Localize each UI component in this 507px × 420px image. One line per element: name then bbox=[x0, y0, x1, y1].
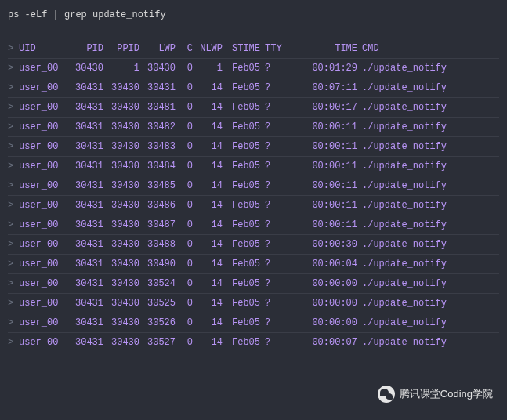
cell-lwp: 30482 bbox=[139, 121, 176, 132]
table-row: >user_00304313043030482014Feb05?00:00:11… bbox=[8, 118, 499, 137]
cell-lwp: 30431 bbox=[139, 82, 176, 93]
cell-ppid: 30430 bbox=[103, 82, 139, 93]
cell-lwp: 30487 bbox=[139, 219, 176, 230]
caret-icon: > bbox=[8, 317, 19, 328]
cell-pid: 30431 bbox=[67, 317, 103, 328]
cell-lwp: 30488 bbox=[139, 239, 176, 250]
cell-tty: ? bbox=[260, 239, 284, 250]
table-row: >user_00304313043030484014Feb05?00:00:11… bbox=[8, 157, 499, 176]
cell-ppid: 30430 bbox=[103, 161, 139, 172]
cell-tty: ? bbox=[260, 121, 284, 132]
cell-c: 0 bbox=[176, 180, 193, 191]
cell-time: 00:00:00 bbox=[284, 298, 357, 309]
cell-c: 0 bbox=[176, 200, 193, 211]
cell-tty: ? bbox=[260, 180, 284, 191]
cell-ppid: 30430 bbox=[103, 278, 139, 289]
cell-stime: Feb05 bbox=[223, 259, 260, 270]
cell-pid: 30431 bbox=[67, 180, 103, 191]
cell-stime: Feb05 bbox=[223, 141, 260, 152]
cell-stime: Feb05 bbox=[223, 63, 260, 74]
cell-stime: Feb05 bbox=[223, 219, 260, 230]
header-pid: PID bbox=[67, 43, 103, 54]
cell-time: 00:00:00 bbox=[284, 317, 357, 328]
cell-uid: user_00 bbox=[19, 337, 67, 348]
cell-stime: Feb05 bbox=[223, 121, 260, 132]
cell-nlwp: 14 bbox=[193, 278, 223, 289]
cell-tty: ? bbox=[260, 278, 284, 289]
header-time: TIME bbox=[284, 43, 357, 54]
header-nlwp: NLWP bbox=[193, 43, 223, 54]
cell-time: 00:00:04 bbox=[284, 259, 357, 270]
cell-uid: user_00 bbox=[19, 180, 67, 191]
table-row: >user_00304313043030488014Feb05?00:00:30… bbox=[8, 235, 499, 255]
cell-tty: ? bbox=[260, 63, 284, 74]
cell-uid: user_00 bbox=[19, 121, 67, 132]
caret-icon: > bbox=[8, 121, 19, 132]
cell-time: 00:00:11 bbox=[284, 219, 357, 230]
header-lwp: LWP bbox=[139, 43, 176, 54]
cell-c: 0 bbox=[176, 82, 193, 93]
cell-c: 0 bbox=[176, 337, 193, 348]
cell-pid: 30431 bbox=[67, 200, 103, 211]
header-ppid: PPID bbox=[103, 43, 139, 54]
cell-c: 0 bbox=[176, 317, 193, 328]
cell-ppid: 30430 bbox=[103, 180, 139, 191]
cell-c: 0 bbox=[176, 239, 193, 250]
cell-uid: user_00 bbox=[19, 259, 67, 270]
cell-time: 00:00:30 bbox=[284, 239, 357, 250]
cell-lwp: 30486 bbox=[139, 200, 176, 211]
cell-ppid: 1 bbox=[103, 63, 139, 74]
cell-uid: user_00 bbox=[19, 141, 67, 152]
process-table: > UID PID PPID LWP C NLWP STIME TTY TIME… bbox=[8, 39, 499, 352]
wechat-icon bbox=[378, 386, 395, 403]
cell-pid: 30430 bbox=[67, 63, 103, 74]
header-uid: UID bbox=[19, 43, 67, 54]
cell-ppid: 30430 bbox=[103, 259, 139, 270]
cell-stime: Feb05 bbox=[223, 161, 260, 172]
cell-nlwp: 14 bbox=[193, 219, 223, 230]
cell-uid: user_00 bbox=[19, 317, 67, 328]
cell-tty: ? bbox=[260, 82, 284, 93]
cell-cmd: ./update_notify bbox=[357, 102, 499, 113]
cell-c: 0 bbox=[176, 219, 193, 230]
cell-ppid: 30430 bbox=[103, 317, 139, 328]
cell-tty: ? bbox=[260, 219, 284, 230]
cell-c: 0 bbox=[176, 63, 193, 74]
cell-cmd: ./update_notify bbox=[357, 121, 499, 132]
cell-stime: Feb05 bbox=[223, 200, 260, 211]
cell-time: 00:07:11 bbox=[284, 82, 357, 93]
caret-icon: > bbox=[8, 278, 19, 289]
table-row: >user_00304313043030483014Feb05?00:00:11… bbox=[8, 137, 499, 157]
cell-uid: user_00 bbox=[19, 239, 67, 250]
cell-time: 00:00:11 bbox=[284, 161, 357, 172]
cell-pid: 30431 bbox=[67, 121, 103, 132]
table-row: >user_00304313043030485014Feb05?00:00:11… bbox=[8, 176, 499, 196]
cell-pid: 30431 bbox=[67, 102, 103, 113]
cell-nlwp: 14 bbox=[193, 180, 223, 191]
cell-c: 0 bbox=[176, 121, 193, 132]
cell-tty: ? bbox=[260, 161, 284, 172]
cell-nlwp: 1 bbox=[193, 63, 223, 74]
table-row: >user_00304313043030431014Feb05?00:07:11… bbox=[8, 78, 499, 98]
cell-uid: user_00 bbox=[19, 219, 67, 230]
cell-lwp: 30481 bbox=[139, 102, 176, 113]
cell-nlwp: 14 bbox=[193, 82, 223, 93]
cell-c: 0 bbox=[176, 102, 193, 113]
caret-icon: > bbox=[8, 141, 19, 152]
caret-icon: > bbox=[8, 337, 19, 348]
cell-cmd: ./update_notify bbox=[357, 259, 499, 270]
cell-stime: Feb05 bbox=[223, 82, 260, 93]
table-row: >user_00304313043030481014Feb05?00:00:17… bbox=[8, 98, 499, 118]
cell-stime: Feb05 bbox=[223, 102, 260, 113]
cell-lwp: 30484 bbox=[139, 161, 176, 172]
cell-lwp: 30490 bbox=[139, 259, 176, 270]
cell-cmd: ./update_notify bbox=[357, 63, 499, 74]
caret-icon: > bbox=[8, 239, 19, 250]
caret-icon: > bbox=[8, 200, 19, 211]
cell-pid: 30431 bbox=[67, 141, 103, 152]
cell-uid: user_00 bbox=[19, 200, 67, 211]
watermark-text: 腾讯课堂Coding学院 bbox=[400, 387, 493, 401]
cell-lwp: 30524 bbox=[139, 278, 176, 289]
cell-lwp: 30526 bbox=[139, 317, 176, 328]
cell-c: 0 bbox=[176, 141, 193, 152]
